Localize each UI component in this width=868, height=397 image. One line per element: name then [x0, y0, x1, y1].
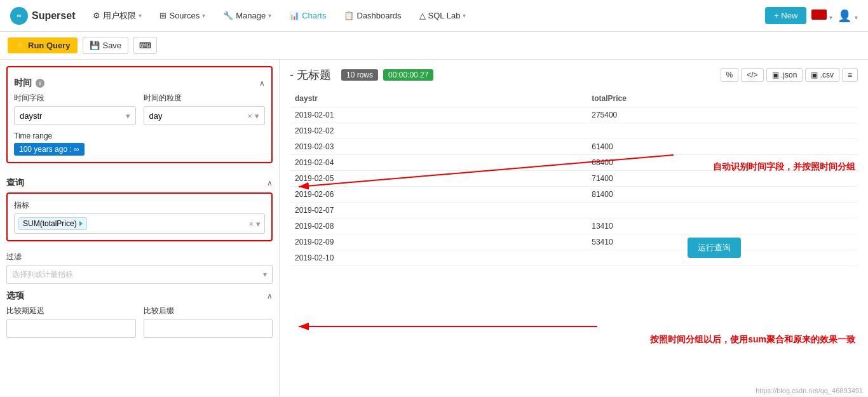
run-query-inline-button[interactable]: 运行查询	[688, 238, 741, 258]
results-header: - 无标题 10 rows 00:00:00.27 % </> ▣ .json …	[290, 67, 858, 83]
watermark: https://blog.csdn.net/qq_46893491	[756, 387, 863, 394]
run-query-button[interactable]: ⚡ Run Query	[8, 37, 78, 53]
options-section-title: 选项	[6, 290, 24, 302]
compare-lag-input[interactable]	[6, 319, 136, 338]
query-section-header[interactable]: 查询 ∧	[6, 173, 273, 192]
table-header-row: daystr totalPrice	[290, 90, 858, 107]
save-button[interactable]: 💾 Save	[83, 37, 128, 54]
save-icon: 💾	[90, 41, 100, 50]
cell-daystr: 2019-02-07	[290, 203, 587, 219]
run-query-area: 运行查询	[688, 238, 741, 258]
nav-label: 用户权限	[103, 10, 136, 22]
chevron-down-icon: ▾	[855, 14, 858, 21]
time-badge: 00:00:00.27	[383, 69, 433, 81]
options-section-header[interactable]: 选项 ∧	[6, 286, 273, 306]
nav-label: Manage	[236, 11, 266, 20]
metric-tag-label: SUM(totalPrice)	[23, 219, 77, 228]
nav-dashboards[interactable]: 📋 Dashboards	[337, 0, 407, 32]
user-permissions-icon: ⚙	[93, 11, 100, 20]
charts-icon: 📊	[289, 11, 299, 20]
col-daystr: daystr	[290, 90, 587, 107]
code-button[interactable]: </>	[741, 68, 763, 82]
query-section-title: 查询	[6, 177, 24, 189]
compare-suffix-input[interactable]	[144, 319, 273, 338]
chevron-down-icon: ▾	[263, 270, 267, 279]
chevron-down-icon: ▾	[202, 12, 205, 19]
filter-group: 过滤 选择列或计量指标 ▾	[6, 252, 273, 284]
language-flag[interactable]: ▾	[811, 10, 832, 22]
options-fields-row: 比较期延迟 比较后缀	[6, 306, 273, 338]
options-collapse-icon[interactable]: ∧	[267, 292, 273, 300]
time-granularity-label: 时间的粒度	[144, 93, 266, 104]
time-field-label: 时间字段	[14, 93, 136, 104]
cell-totalPrice: 71400	[587, 171, 858, 187]
toolbar: ⚡ Run Query 💾 Save ⌨	[0, 32, 868, 60]
table-body: 2019-02-01 275400 2019-02-02 2019-02-03 …	[290, 107, 858, 266]
compare-suffix-group: 比较后缀	[144, 306, 273, 338]
keyboard-shortcut-button[interactable]: ⌨	[133, 37, 157, 54]
cell-totalPrice: 81400	[587, 187, 858, 203]
navbar-right: + New ▾ 👤 ▾	[765, 7, 858, 24]
filter-select[interactable]: 选择列或计量指标 ▾	[6, 265, 273, 284]
table-row: 2019-02-08 13410	[290, 219, 858, 234]
time-collapse-icon[interactable]: ∧	[259, 79, 265, 88]
cell-totalPrice: 61400	[587, 139, 858, 155]
time-granularity-select[interactable]: day × ▾	[144, 106, 266, 125]
chevron-down-icon: ▾	[268, 12, 271, 19]
clear-icon[interactable]: ×	[247, 111, 252, 121]
nav-label: Dashboards	[356, 11, 401, 20]
time-fields-row: 时间字段 daystr ▾ 时间的粒度 day × ▾	[14, 93, 265, 125]
table-row: 2019-02-10	[290, 250, 858, 266]
keyboard-icon: ⌨	[139, 41, 151, 50]
chevron-down-icon: ▾	[126, 111, 130, 121]
metric-expand-icon[interactable]	[79, 221, 83, 226]
json-button[interactable]: ▣ .json	[766, 68, 803, 82]
brand: ∞ Superset	[10, 7, 75, 25]
cell-daystr: 2019-02-06	[290, 187, 587, 203]
lightning-icon: ⚡	[15, 41, 25, 50]
cell-daystr: 2019-02-01	[290, 107, 587, 123]
nav-label: SQL Lab	[428, 11, 461, 20]
metrics-group: 指标 SUM(totalPrice) × ▾	[6, 192, 273, 241]
filter-label: 过滤	[6, 252, 273, 262]
csv-button[interactable]: ▣ .csv	[805, 68, 839, 82]
nav-manage[interactable]: 🔧 Manage ▾	[217, 0, 278, 32]
nav-charts[interactable]: 📊 Charts	[283, 0, 332, 32]
compare-lag-group: 比较期延迟	[6, 306, 136, 338]
time-section-header[interactable]: 时间 i ∧	[14, 74, 265, 93]
sources-icon: ⊞	[159, 11, 166, 20]
time-range-value[interactable]: 100 years ago : ∞	[14, 143, 85, 156]
cell-totalPrice	[587, 203, 858, 219]
cell-totalPrice: 13410	[587, 219, 858, 234]
left-panel: 时间 i ∧ 时间字段 daystr ▾ 时间的粒度 day	[0, 60, 280, 396]
metrics-label: 指标	[14, 200, 265, 211]
results-title: - 无标题	[290, 67, 331, 83]
time-section: 时间 i ∧ 时间字段 daystr ▾ 时间的粒度 day	[6, 66, 273, 163]
metric-tag[interactable]: SUM(totalPrice)	[18, 217, 87, 230]
percent-button[interactable]: %	[721, 68, 739, 82]
time-range-group: Time range 100 years ago : ∞	[14, 131, 265, 156]
metrics-input[interactable]: SUM(totalPrice) × ▾	[14, 213, 265, 234]
dashboards-icon: 📋	[344, 11, 354, 20]
table-row: 2019-02-01 275400	[290, 107, 858, 123]
menu-button[interactable]: ≡	[842, 68, 858, 82]
nav-sources[interactable]: ⊞ Sources ▾	[153, 0, 212, 32]
nav-sql-lab[interactable]: △ SQL Lab ▾	[413, 0, 473, 32]
user-avatar[interactable]: 👤 ▾	[837, 9, 858, 23]
table-row: 2019-02-03 61400	[290, 139, 858, 155]
compare-suffix-label: 比较后缀	[144, 306, 273, 316]
query-section: 查询 ∧ 指标 SUM(totalPrice) × ▾ 过滤	[6, 173, 273, 284]
time-field-select[interactable]: daystr ▾	[14, 106, 136, 125]
metric-dropdown-icon[interactable]: ▾	[256, 219, 261, 229]
query-collapse-icon[interactable]: ∧	[267, 178, 273, 187]
clear-metric-icon[interactable]: ×	[248, 219, 254, 229]
new-button[interactable]: + New	[765, 7, 806, 24]
time-granularity-group: 时间的粒度 day × ▾	[144, 93, 266, 125]
right-panel: - 无标题 10 rows 00:00:00.27 % </> ▣ .json …	[280, 60, 868, 396]
nav-user-permissions[interactable]: ⚙ 用户权限 ▾	[86, 0, 148, 32]
col-totalPrice: totalPrice	[587, 90, 858, 107]
chevron-down-icon: ▾	[829, 14, 832, 21]
flag-icon	[811, 10, 827, 20]
cell-daystr: 2019-02-10	[290, 250, 587, 266]
info-icon: i	[36, 79, 44, 88]
